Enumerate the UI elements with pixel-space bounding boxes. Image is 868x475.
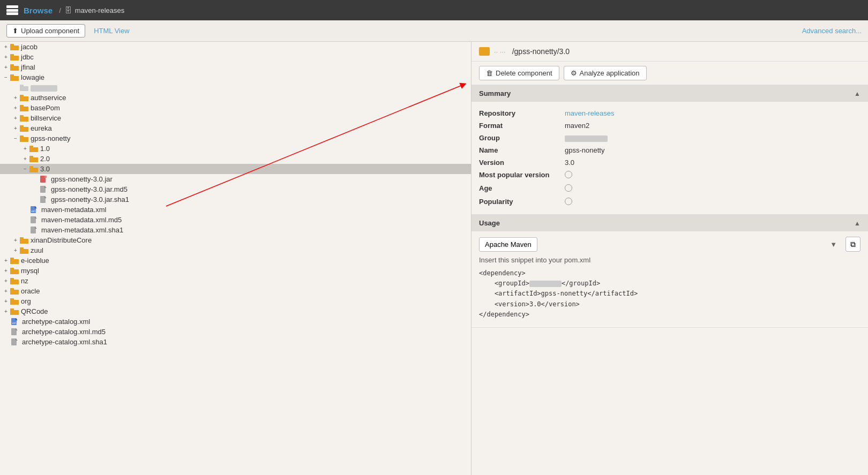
tree-item-v2.0[interactable]: + 2.0 [0, 154, 471, 164]
usage-format-dropdown[interactable]: Apache Maven [479, 237, 537, 252]
svg-rect-68 [20, 239, 28, 244]
svg-marker-62 [35, 216, 37, 218]
component-folder-icon [479, 47, 490, 56]
path-dots: ·· ··· [494, 48, 506, 56]
summary-row-most-popular: Most popular version [479, 169, 860, 182]
tree-item-jar-sha1[interactable]: gpss-nonetty-3.0.jar.sha1 [0, 194, 471, 205]
folder-icon-basePom [19, 104, 29, 112]
toggle-icon-org: + [2, 298, 10, 305]
upload-label: Upload component [21, 27, 79, 35]
usage-header[interactable]: Usage ▲ [472, 215, 868, 231]
tree-item-maven-metadata-xml[interactable]: xml maven-metadata.xml [0, 205, 471, 215]
svg-rect-12 [10, 66, 19, 71]
toggle-icon-oracle: + [2, 288, 10, 295]
tree-panel[interactable]: + jacob+ jdbc+ jfinal− lowagie [0, 42, 472, 475]
upload-component-button[interactable]: ⬆ Upload component [6, 24, 85, 37]
jar-file-icon-jar-file [39, 176, 48, 183]
tree-item-zuul[interactable]: + zuul [0, 245, 471, 255]
analyze-application-button[interactable]: ⚙ Analyze application [564, 66, 647, 80]
tree-item-maven-metadata-sha1[interactable]: maven-metadata.xml.sha1 [0, 225, 471, 235]
folder-icon-authservice [19, 94, 29, 102]
tree-item-oracle[interactable]: + oracle [0, 286, 471, 296]
tree-container[interactable]: + jacob+ jdbc+ jfinal− lowagie [0, 42, 471, 347]
repository-value[interactable]: maven-releases [565, 109, 615, 117]
component-header: ·· ··· /gpss-nonetty/3.0 [472, 42, 868, 62]
tree-item-mysql[interactable]: + mysql [0, 266, 471, 276]
component-actions: 🗑 Delete component ⚙ Analyze application [472, 62, 868, 85]
repo-db-icon: 🗄 [64, 6, 72, 14]
item-label-e-iceblue: e-iceblue [19, 257, 49, 265]
folder-icon-e-iceblue [10, 257, 19, 265]
tree-item-billservice[interactable]: + billservice [0, 113, 471, 123]
tree-item-authservice[interactable]: + authservice [0, 93, 471, 103]
summary-row-name: Name gpss-nonetty [479, 144, 860, 156]
usage-collapse-icon: ▲ [854, 220, 860, 227]
app-header: Browse / 🗄 maven-releases [0, 0, 868, 20]
tree-item-xinan[interactable]: + xinanDistributeCore [0, 235, 471, 245]
tree-item-lowagie[interactable]: − lowagie [0, 72, 471, 82]
svg-rect-50 [29, 168, 38, 172]
tree-item-archetype-catalog-xml[interactable]: xml archetype-catalog.xml [0, 316, 471, 327]
svg-rect-42 [29, 147, 38, 152]
item-label-maven-metadata-sha1: maven-metadata.xml.sha1 [40, 226, 123, 234]
repo-name: maven-releases [75, 6, 125, 14]
tree-item-e-iceblue[interactable]: + e-iceblue [0, 255, 471, 266]
summary-header[interactable]: Summary ▲ [472, 85, 868, 102]
tree-item-archetype-catalog-sha1[interactable]: archetype-catalog.xml.sha1 [0, 337, 471, 347]
item-label-oracle: oracle [19, 287, 40, 295]
item-label-eureka: eureka [29, 124, 52, 132]
repository-label: Repository [479, 109, 565, 117]
item-label-mysql: mysql [19, 267, 39, 275]
delete-component-button[interactable]: 🗑 Delete component [479, 66, 559, 80]
tree-item-v3.0[interactable]: − 3.0 [0, 164, 471, 174]
folder-icon-billservice [19, 115, 29, 122]
toolbar: ⬆ Upload component HTML View Advanced se… [0, 20, 868, 42]
summary-row-group: Group [479, 132, 860, 144]
tree-item-QRCode[interactable]: + QRCode [0, 306, 471, 316]
tree-item-jdbc[interactable]: + jdbc [0, 52, 471, 62]
file-icon-maven-metadata-sha1 [29, 227, 39, 234]
tree-item-jacob[interactable]: + jacob [0, 42, 471, 52]
tree-item-lowagie-blurred[interactable] [0, 82, 471, 93]
svg-rect-72 [20, 249, 28, 254]
browse-title: Browse [24, 6, 53, 15]
svg-rect-92 [10, 300, 19, 305]
svg-rect-26 [20, 107, 28, 111]
advanced-search-link[interactable]: Advanced search... [802, 27, 862, 35]
summary-collapse-icon: ▲ [854, 90, 860, 97]
svg-rect-8 [10, 56, 19, 61]
tree-item-basePom[interactable]: + basePom [0, 103, 471, 113]
analyze-label: Analyze application [580, 69, 640, 77]
tree-item-v1.0[interactable]: + 1.0 [0, 144, 471, 154]
html-view-button[interactable]: HTML View [89, 25, 133, 37]
copy-icon: ⧉ [850, 240, 856, 249]
item-label-lowagie: lowagie [19, 73, 44, 81]
item-label-v2.0: 2.0 [39, 155, 50, 163]
tree-item-archetype-catalog-md5[interactable]: archetype-catalog.xml.md5 [0, 327, 471, 337]
folder-icon-eureka [19, 125, 29, 132]
svg-rect-22 [20, 96, 28, 101]
popularity-clock-icon [565, 198, 572, 205]
most-popular-value [565, 171, 572, 180]
summary-title: Summary [479, 89, 511, 97]
tree-item-nz[interactable]: + nz [0, 276, 471, 286]
toggle-icon-gpss-nonetty: − [12, 135, 19, 142]
folder-icon-v3.0 [29, 165, 39, 173]
toggle-icon-lowagie: − [2, 74, 10, 81]
svg-marker-57 [44, 196, 47, 198]
folder-icon-zuul [19, 247, 29, 254]
tree-item-eureka[interactable]: + eureka [0, 123, 471, 133]
file-icon-jar-sha1 [39, 196, 48, 203]
tree-item-jfinal[interactable]: + jfinal [0, 62, 471, 72]
tree-item-jar-file[interactable]: gpss-nonetty-3.0.jar [0, 174, 471, 184]
tree-item-gpss-nonetty[interactable]: − gpss-nonetty [0, 133, 471, 144]
tree-item-maven-metadata-md5[interactable]: maven-metadata.xml.md5 [0, 215, 471, 225]
group-label: Group [479, 134, 565, 142]
tree-item-jar-md5[interactable]: gpss-nonetty-3.0.jar.md5 [0, 184, 471, 194]
copy-button[interactable]: ⧉ [845, 237, 860, 252]
folder-icon-v1.0 [29, 145, 39, 153]
summary-section: Summary ▲ Repository maven-releases Form… [472, 85, 868, 215]
tree-item-org[interactable]: + org [0, 296, 471, 306]
detail-panel: ·· ··· /gpss-nonetty/3.0 🗑 Delete compon… [472, 42, 868, 475]
svg-text:xml: xml [31, 209, 36, 213]
